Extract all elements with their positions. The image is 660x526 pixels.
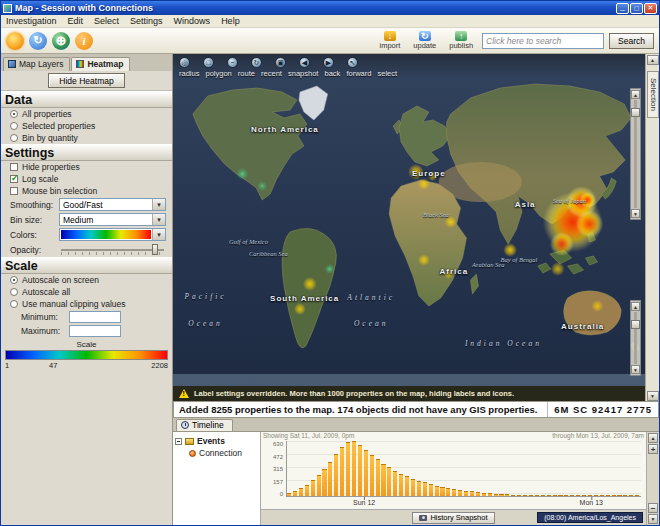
timeline-bar[interactable]: [429, 484, 433, 496]
timeline-bar[interactable]: [499, 494, 503, 496]
timeline-bar[interactable]: [629, 495, 633, 496]
timeline-bar[interactable]: [381, 464, 385, 496]
tab-heatmap[interactable]: Heatmap: [71, 57, 130, 71]
menu-investigation[interactable]: Investigation: [6, 16, 57, 26]
logo-sun-icon[interactable]: [6, 32, 24, 50]
timeline-bar[interactable]: [582, 495, 586, 496]
timeline-bar[interactable]: [393, 471, 397, 496]
timeline-bar[interactable]: [376, 459, 380, 496]
radio-autoscale-screen[interactable]: [10, 276, 18, 284]
tree-item-connection[interactable]: Connection: [175, 447, 258, 459]
timeline-bar[interactable]: [352, 441, 356, 496]
refresh-icon[interactable]: ↻: [29, 32, 47, 50]
timeline-bar[interactable]: [635, 495, 639, 496]
timeline-bar[interactable]: [446, 488, 450, 496]
tree-collapse-icon[interactable]: [175, 438, 182, 445]
timeline-bar[interactable]: [405, 476, 409, 496]
search-button[interactable]: Search: [609, 33, 654, 49]
scroll-down-arrow[interactable]: [647, 391, 659, 401]
timeline-bar[interactable]: [435, 486, 439, 496]
timeline-bar[interactable]: [458, 490, 462, 496]
timeline-bar[interactable]: [364, 450, 368, 496]
timeline-bar[interactable]: [452, 489, 456, 496]
zoom-in-button[interactable]: ▲: [631, 90, 640, 99]
polygon-icon[interactable]: □: [203, 57, 214, 68]
timeline-bar[interactable]: [358, 445, 362, 497]
radio-bin-by-quantity[interactable]: [10, 134, 18, 142]
timeline-bar[interactable]: [553, 495, 557, 496]
timeline-bar[interactable]: [299, 488, 303, 496]
option-log-scale[interactable]: Log scale: [1, 173, 172, 185]
scroll-up-arrow[interactable]: [647, 55, 659, 65]
timeline-bar[interactable]: [570, 495, 574, 496]
checkbox-log-scale[interactable]: [10, 175, 18, 183]
timeline-chart[interactable]: Showing Sat 11, Jul. 2009, 0pm through M…: [261, 432, 646, 525]
timeline-plot[interactable]: [286, 441, 641, 497]
timeline-bar[interactable]: [370, 455, 374, 496]
radio-autoscale-all[interactable]: [10, 288, 18, 296]
radius-icon[interactable]: ◎: [179, 57, 190, 68]
world-map[interactable]: [173, 54, 645, 386]
timeline-bar[interactable]: [600, 495, 604, 496]
timeline-bar[interactable]: [440, 487, 444, 496]
timeline-bar[interactable]: [517, 495, 521, 496]
map-tilt-slider[interactable]: ▲ ▼: [630, 300, 641, 376]
option-autoscale-all[interactable]: Autoscale all: [1, 286, 172, 298]
timeline-bar[interactable]: [317, 475, 321, 496]
option-all-properties[interactable]: All properties: [1, 108, 172, 120]
timeline-bar[interactable]: [470, 491, 474, 496]
map-zoom-slider[interactable]: ▲ ▼: [630, 88, 641, 220]
timeline-bar[interactable]: [617, 495, 621, 496]
timeline-bar[interactable]: [340, 447, 344, 496]
timeline-bar[interactable]: [535, 495, 539, 496]
timeline-bar[interactable]: [547, 495, 551, 496]
map-view[interactable]: North AmericaEuropeAsiaAfricaSouth Ameri…: [173, 54, 645, 401]
import-button[interactable]: ↓ import: [375, 30, 404, 51]
timeline-bar[interactable]: [293, 491, 297, 496]
timeline-bar[interactable]: [287, 493, 291, 496]
colors-select[interactable]: [59, 228, 166, 241]
timeline-zoom-out[interactable]: −: [648, 503, 658, 513]
opacity-slider-thumb[interactable]: [152, 244, 158, 255]
checkbox-hide-properties[interactable]: [10, 163, 18, 171]
option-bin-by-quantity[interactable]: Bin by quantity: [1, 132, 172, 144]
timeline-bar[interactable]: [305, 485, 309, 496]
section-header-scale[interactable]: Scale: [1, 257, 172, 274]
tab-timeline[interactable]: Timeline: [176, 419, 233, 431]
timeline-bar[interactable]: [334, 454, 338, 496]
update-button[interactable]: ↻ update: [409, 30, 440, 51]
menu-help[interactable]: Help: [221, 16, 240, 26]
zoom-out-button[interactable]: ▼: [631, 209, 640, 218]
timeline-bar[interactable]: [529, 495, 533, 496]
timeline-bar[interactable]: [594, 495, 598, 496]
zoom-thumb[interactable]: [631, 108, 640, 117]
timeline-bar[interactable]: [311, 480, 315, 496]
timeline-bar[interactable]: [328, 462, 332, 496]
zoom-track[interactable]: [634, 100, 637, 208]
back-icon[interactable]: ◀: [299, 57, 310, 68]
option-autoscale-screen[interactable]: Autoscale on screen: [1, 274, 172, 286]
search-input[interactable]: [482, 33, 604, 49]
checkbox-mouse-bin-selection[interactable]: [10, 187, 18, 195]
timeline-bar[interactable]: [399, 474, 403, 496]
timeline-bar[interactable]: [541, 495, 545, 496]
menu-edit[interactable]: Edit: [68, 16, 84, 26]
timeline-bar[interactable]: [464, 491, 468, 496]
timeline-bar[interactable]: [476, 492, 480, 496]
recent-icon[interactable]: ↻: [251, 57, 262, 68]
tilt-track[interactable]: [634, 312, 637, 364]
timeline-bar[interactable]: [576, 495, 580, 496]
timeline-bar[interactable]: [322, 469, 326, 496]
timeline-bar[interactable]: [346, 442, 350, 496]
hide-heatmap-button[interactable]: Hide Heatmap: [48, 73, 124, 88]
tab-map-layers[interactable]: Map Layers: [3, 57, 70, 71]
timeline-bar[interactable]: [588, 495, 592, 496]
timeline-bar[interactable]: [558, 495, 562, 496]
tilt-thumb[interactable]: [631, 320, 640, 329]
tilt-down-button[interactable]: ▼: [631, 365, 640, 374]
close-button[interactable]: [644, 3, 657, 14]
timeline-bar[interactable]: [423, 482, 427, 496]
minimize-button[interactable]: [616, 3, 629, 14]
maximum-input[interactable]: [69, 325, 121, 337]
timeline-scroll-down[interactable]: ▼: [648, 514, 658, 524]
